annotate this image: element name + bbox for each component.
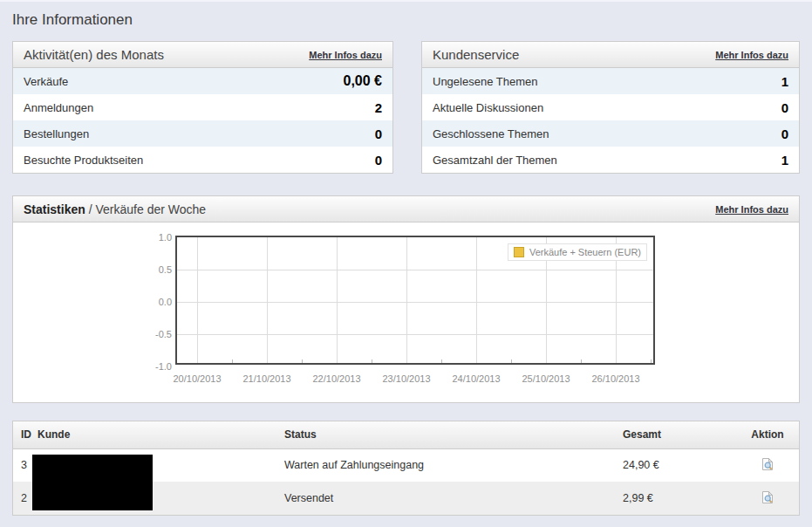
recent-orders-panel: ID Kunde Status Gesamt Aktion 3 Warten a…	[12, 421, 800, 516]
y-axis-tick: 0.0	[140, 297, 172, 307]
statistics-panel-header: Statistiken / Verkäufe der Woche Mehr In…	[13, 196, 799, 222]
statistics-title-bold: Statistiken	[24, 202, 85, 216]
chart-gridline-vertical	[267, 237, 268, 363]
customer-service-more-info-link[interactable]: Mehr Infos dazu	[715, 50, 788, 60]
chart-minor-tick	[511, 359, 512, 363]
row-value: 0	[375, 127, 382, 141]
x-axis-tick: 21/10/2013	[242, 373, 290, 384]
customer-service-panel-header: Kundenservice Mehr Infos dazu	[422, 42, 799, 68]
row-label: Geschlossene Themen	[433, 127, 549, 140]
activity-row-orders: Bestellungen 0	[13, 120, 392, 147]
y-axis-tick: 0.5	[140, 264, 172, 275]
order-total-cell: 24,90 €	[623, 448, 736, 482]
statistics-title-subtitle: / Verkäufe der Woche	[89, 202, 206, 216]
dashboard-page: Ihre Informationen Aktivität(en) des Mon…	[0, 0, 812, 527]
sales-chart: 1.0 0.5 0.0 -0.5 -1.0 20/10/2013 21/10/2…	[13, 222, 799, 402]
chart-gridline-vertical	[406, 237, 407, 363]
page-title: Ihre Informationen	[12, 11, 133, 29]
order-action-cell	[736, 448, 799, 482]
row-label: Aktuelle Diskussionen	[433, 101, 543, 114]
activity-more-info-link[interactable]: Mehr Infos dazu	[309, 50, 382, 60]
chart-gridline-horizontal	[177, 302, 653, 303]
orders-table-header-row: ID Kunde Status Gesamt Aktion	[13, 421, 799, 448]
chart-gridline-vertical	[337, 237, 338, 363]
y-axis-tick: -1.0	[140, 361, 172, 372]
chart-gridline-horizontal	[177, 270, 653, 270]
legend-color-swatch	[514, 247, 524, 257]
order-total-cell: 2,99 €	[623, 482, 736, 515]
row-label: Gesamtzahl der Themen	[433, 154, 557, 167]
x-axis-tick: 24/10/2013	[452, 373, 500, 384]
activity-panel: Aktivität(en) des Monats Mehr Infos dazu…	[12, 41, 393, 174]
legend-series-label: Verkäufe + Steuern (EUR)	[529, 247, 641, 257]
service-row-current-discussions: Aktuelle Diskussionen 0	[422, 94, 799, 120]
statistics-panel-title: Statistiken / Verkäufe der Woche	[24, 202, 206, 216]
row-value: 0	[375, 153, 382, 168]
chart-gridline-vertical	[476, 237, 477, 363]
view-order-details-button[interactable]	[761, 490, 774, 504]
row-value: 0,00 €	[344, 73, 382, 89]
activity-row-product-pages: Besuchte Produktseiten 0	[13, 147, 392, 173]
x-axis-tick: 25/10/2013	[522, 373, 570, 384]
row-value: 2	[375, 100, 382, 115]
order-status-cell: Versendet	[284, 482, 623, 515]
y-axis-tick: 1.0	[140, 232, 172, 243]
y-axis-tick: -0.5	[140, 329, 172, 339]
column-header-status: Status	[284, 421, 623, 448]
row-label: Anmeldungen	[24, 101, 93, 114]
chart-minor-tick	[232, 359, 233, 363]
statistics-panel: Statistiken / Verkäufe der Woche Mehr In…	[12, 195, 800, 403]
activity-row-sales: Verkäufe 0,00 €	[13, 68, 392, 94]
row-value: 0	[781, 127, 788, 141]
row-value: 0	[781, 100, 788, 115]
chart-plot-area: 1.0 0.5 0.0 -0.5 -1.0 20/10/2013 21/10/2…	[175, 236, 655, 365]
order-status-cell: Warten auf Zahlungseingang	[284, 448, 623, 482]
chart-gridline-vertical	[197, 237, 198, 363]
service-row-closed: Geschlossene Themen 0	[422, 120, 799, 147]
x-axis-tick: 22/10/2013	[312, 373, 360, 384]
row-label: Bestellungen	[24, 127, 89, 140]
activity-row-registrations: Anmeldungen 2	[13, 94, 392, 120]
service-row-unread: Ungelesene Themen 1	[422, 68, 799, 94]
x-axis-tick: 26/10/2013	[591, 373, 639, 384]
activity-panel-title: Aktivität(en) des Monats	[24, 47, 164, 62]
column-header-aktion: Aktion	[736, 421, 799, 448]
customer-service-panel-title: Kundenservice	[433, 47, 519, 62]
chart-gridline-horizontal	[177, 334, 653, 335]
activity-panel-header: Aktivität(en) des Monats Mehr Infos dazu	[13, 42, 392, 68]
chart-minor-tick	[581, 359, 582, 363]
chart-minor-tick	[651, 359, 652, 363]
column-header-id: ID	[13, 421, 38, 448]
x-axis-tick: 23/10/2013	[382, 373, 430, 384]
order-action-cell	[736, 482, 799, 515]
chart-minor-tick	[372, 359, 372, 363]
redacted-customer-name-overlay	[32, 455, 153, 510]
row-label: Ungelesene Themen	[433, 75, 537, 88]
service-row-total-threads: Gesamtzahl der Themen 1	[422, 147, 799, 173]
view-order-details-button[interactable]	[761, 457, 774, 471]
customer-service-panel: Kundenservice Mehr Infos dazu Ungelesene…	[421, 41, 800, 174]
statistics-more-info-link[interactable]: Mehr Infos dazu	[715, 204, 788, 215]
chart-minor-tick	[302, 359, 303, 363]
chart-minor-tick	[441, 359, 442, 363]
column-header-kunde: Kunde	[38, 421, 284, 448]
chart-legend: Verkäufe + Steuern (EUR)	[508, 243, 647, 261]
x-axis-tick: 20/10/2013	[173, 373, 221, 384]
row-value: 1	[781, 153, 788, 168]
row-label: Besuchte Produktseiten	[24, 154, 143, 167]
row-value: 1	[781, 74, 788, 89]
row-label: Verkäufe	[24, 75, 68, 88]
document-magnifier-icon	[761, 457, 774, 471]
column-header-gesamt: Gesamt	[623, 421, 736, 448]
document-magnifier-icon	[761, 490, 774, 504]
